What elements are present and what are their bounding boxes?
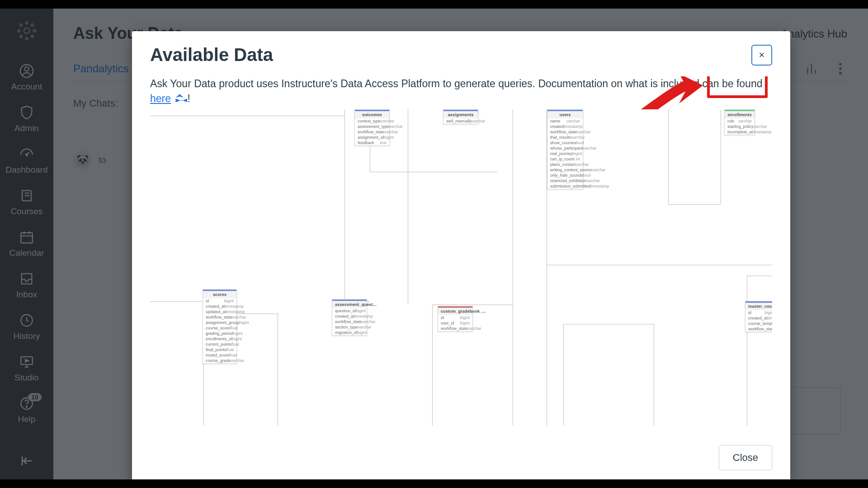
- entity-field: restricted_exhibitionvarchar: [547, 178, 583, 183]
- entity-title: enrollments: [725, 110, 755, 118]
- close-icon: ×: [759, 49, 765, 61]
- entity-field: created_attimestamp: [745, 315, 772, 321]
- entity-field: real_journeybigint: [547, 151, 583, 156]
- entity-field: idbigint: [745, 310, 772, 315]
- entity-title: assignments: [443, 110, 478, 118]
- available-data-modal: Available Data × Ask Your Data product u…: [132, 31, 790, 483]
- entity-field: question_idbigint: [332, 308, 367, 314]
- entity-field: place_contactvarchar: [547, 162, 583, 167]
- entity-field: migration_idbigint: [332, 330, 367, 335]
- schema-diagram[interactable]: outcomescontext_typevarcharassessment_ty…: [150, 109, 772, 426]
- entity-field: muted_scorefloat: [203, 352, 236, 358]
- entity-field: starting_policyvarchar: [725, 124, 755, 129]
- entity-field: context_typevarchar: [355, 118, 389, 124]
- entity-assessment-question[interactable]: assessment_quest...question_idbigintcrea…: [332, 299, 367, 336]
- entity-field: incomplete_attimestamp: [725, 129, 755, 135]
- entity-title: master_courses_ma...: [745, 301, 772, 310]
- entity-title: custom_gradebook_...: [438, 306, 472, 315]
- entity-outcomes[interactable]: outcomescontext_typevarcharassessment_ty…: [354, 109, 390, 146]
- entity-field: enrollments_idbigint: [203, 336, 236, 342]
- entity-assignments[interactable]: assignmentswell_manuallyvarchar: [443, 109, 478, 124]
- entity-title: scores: [203, 290, 236, 298]
- entity-field: workflow_statevarchar: [203, 314, 236, 320]
- modal-title: Available Data: [150, 45, 273, 65]
- entity-scores[interactable]: scoresidbigintcreated_attimestampupdated…: [203, 289, 237, 364]
- entity-field: course_template_idbigint: [745, 321, 772, 326]
- entity-field: show_coursesbool: [547, 140, 583, 145]
- entity-field: workflow_statevarchar: [355, 129, 389, 135]
- entity-field: createdtimestamp: [547, 124, 583, 129]
- entity-field: writing_content_sourcevarchar: [547, 167, 583, 173]
- entity-field: feedbacktext: [355, 140, 389, 145]
- entity-field: user_idbigint: [438, 320, 472, 326]
- entity-field: workflow_statevarchar: [332, 319, 367, 324]
- entity-field: idbigint: [438, 315, 472, 320]
- entity-master-courses[interactable]: master_courses_ma...idbigintcreated_atti…: [745, 301, 772, 332]
- entity-field: workflow_statevarchar: [547, 129, 583, 135]
- entity-field: well_manuallyvarchar: [443, 118, 478, 124]
- modal-close-x-button[interactable]: ×: [751, 45, 772, 66]
- entity-field: assignment_idbigint: [355, 135, 389, 140]
- entity-custom-gradebook[interactable]: custom_gradebook_...idbigintuser_idbigin…: [438, 306, 473, 332]
- entity-field: created_attimestamp: [332, 314, 367, 319]
- entity-field: submission_submittedtimestamp: [547, 183, 583, 189]
- entity-enrollments[interactable]: enrollmentsrolevarcharstarting_policyvar…: [724, 109, 755, 135]
- entity-field: only_hide_soundsbool: [547, 173, 583, 178]
- entity-field: can_ip_countint: [547, 156, 583, 162]
- entity-field: section_typevarchar: [332, 324, 367, 330]
- entity-field: rolevarchar: [725, 118, 755, 124]
- modal-description: Ask Your Data product uses Instructure's…: [150, 76, 772, 107]
- entity-field: whose_participantvarchar: [547, 145, 583, 151]
- entity-title: users: [547, 110, 583, 118]
- entity-field: final_pointsfloat: [203, 347, 236, 352]
- entity-field: updated_attimestamp: [203, 309, 236, 314]
- entity-field: created_attimestamp: [203, 304, 236, 309]
- entity-field: namevarchar: [547, 118, 583, 124]
- entity-field: course_gradevarchar: [203, 358, 236, 363]
- entity-field: current_pointsfloat: [203, 342, 236, 347]
- documentation-link[interactable]: here: [150, 93, 171, 104]
- entity-field: grading_periodbigint: [203, 331, 236, 336]
- entity-field: course_scorefloat: [203, 325, 236, 331]
- entity-field: workflow_statevarchar: [745, 326, 772, 332]
- modal-close-button[interactable]: Close: [719, 445, 772, 470]
- entity-field: assessment_typevarchar: [355, 124, 389, 129]
- entity-field: that_resultsvarchar: [547, 135, 583, 140]
- entity-title: assessment_quest...: [332, 300, 367, 308]
- dropbox-icon: [175, 94, 187, 103]
- entity-field: idbigint: [203, 298, 236, 304]
- entity-title: outcomes: [355, 110, 389, 118]
- entity-field: assignment_groupbigint: [203, 320, 236, 325]
- entity-field: workflow_statevarchar: [438, 326, 472, 331]
- entity-users[interactable]: usersnamevarcharcreatedtimestampworkflow…: [547, 109, 583, 189]
